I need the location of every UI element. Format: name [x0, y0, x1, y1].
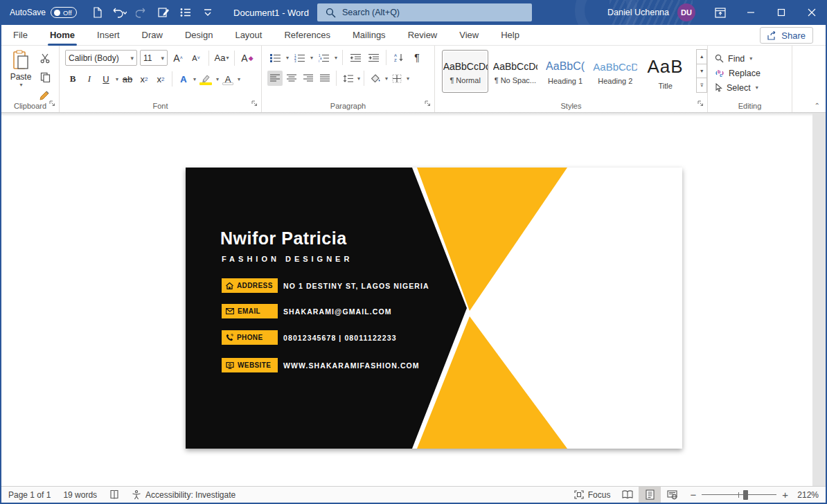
- text-effects-button[interactable]: A: [176, 71, 191, 87]
- page-indicator[interactable]: Page 1 of 1: [0, 487, 57, 503]
- font-dialog-launcher[interactable]: [251, 97, 258, 109]
- change-case-button[interactable]: Aa▾: [214, 51, 229, 66]
- zoom-in-button[interactable]: +: [782, 489, 788, 501]
- replace-button[interactable]: bc Replace: [715, 66, 792, 80]
- align-left-button[interactable]: [267, 71, 283, 86]
- chevron-down-icon[interactable]: ▾: [310, 55, 313, 61]
- style-heading-2[interactable]: AaBbCcD Heading 2: [592, 50, 639, 93]
- shrink-font-button[interactable]: A˅: [188, 51, 204, 66]
- style-title[interactable]: AaB Title: [642, 50, 688, 93]
- bullets-button[interactable]: [267, 50, 283, 65]
- redo-button[interactable]: [132, 3, 150, 21]
- italic-button[interactable]: I: [82, 71, 97, 87]
- tab-references[interactable]: References: [282, 25, 332, 46]
- tab-review[interactable]: Review: [406, 25, 440, 46]
- proofing-status[interactable]: [103, 487, 125, 503]
- styles-scroll-down-button[interactable]: ▼: [696, 64, 707, 79]
- tab-draw[interactable]: Draw: [140, 25, 165, 46]
- focus-button[interactable]: Focus: [568, 487, 617, 503]
- chevron-down-icon[interactable]: ▾: [193, 76, 196, 82]
- style-heading-1[interactable]: AaBbC( Heading 1: [542, 50, 588, 93]
- save-button[interactable]: [88, 3, 106, 21]
- share-button[interactable]: Share: [760, 27, 813, 44]
- zoom-slider-handle[interactable]: [743, 490, 748, 500]
- strikethrough-button[interactable]: ab: [120, 71, 135, 87]
- grow-font-button[interactable]: A˄: [170, 51, 186, 66]
- print-layout-button[interactable]: [639, 487, 661, 503]
- font-name-select[interactable]: Calibri (Body)▾: [65, 50, 137, 66]
- clear-formatting-button[interactable]: A◆: [240, 51, 255, 66]
- customize-qat-button[interactable]: [199, 3, 217, 21]
- zoom-percentage[interactable]: 212%: [795, 490, 819, 500]
- decrease-indent-button[interactable]: [348, 50, 363, 65]
- chevron-down-icon[interactable]: ▾: [238, 76, 240, 82]
- user-name[interactable]: Daniel Uchenna: [607, 8, 669, 17]
- cut-button[interactable]: [37, 51, 53, 65]
- multilevel-list-button[interactable]: 1ai: [316, 50, 331, 65]
- subscript-button[interactable]: x2: [136, 71, 152, 87]
- zoom-slider[interactable]: [702, 490, 776, 500]
- styles-scroll-up-button[interactable]: ▲: [696, 49, 707, 64]
- align-right-button[interactable]: [301, 71, 316, 86]
- tab-layout[interactable]: Layout: [233, 25, 264, 46]
- ribbon-display-options-button[interactable]: [705, 0, 736, 25]
- editor-button[interactable]: [154, 3, 172, 21]
- vertical-scrollbar[interactable]: [812, 113, 826, 486]
- style-normal[interactable]: AaBbCcDc ¶ Normal: [442, 50, 488, 93]
- styles-gallery-expand-button[interactable]: ⊽: [696, 78, 707, 93]
- autosave-switch[interactable]: Off: [51, 7, 77, 18]
- tab-mailings[interactable]: Mailings: [350, 25, 388, 46]
- tab-help[interactable]: Help: [499, 25, 522, 46]
- paste-button[interactable]: Paste ▾: [6, 50, 36, 88]
- chevron-down-icon[interactable]: ▾: [357, 75, 360, 82]
- tab-design[interactable]: Design: [183, 25, 215, 46]
- bullet-list-button[interactable]: [177, 3, 195, 21]
- chevron-down-icon[interactable]: ▾: [335, 55, 337, 61]
- chevron-down-icon[interactable]: ▾: [116, 76, 118, 82]
- copy-button[interactable]: [37, 70, 53, 84]
- justify-button[interactable]: [317, 71, 332, 86]
- paragraph-dialog-launcher[interactable]: [425, 97, 431, 109]
- document-canvas[interactable]: Nwifor Patricia FASHION DESIGNER ADDRESS…: [1, 113, 826, 486]
- show-formatting-button[interactable]: ¶: [409, 50, 425, 65]
- bold-button[interactable]: B: [65, 71, 80, 87]
- chevron-down-icon[interactable]: ▾: [286, 55, 289, 61]
- find-button[interactable]: Find ▾: [715, 51, 792, 66]
- word-count[interactable]: 19 words: [57, 487, 103, 503]
- minimize-button[interactable]: [736, 0, 766, 25]
- search-input[interactable]: Search (Alt+Q): [317, 3, 532, 21]
- align-center-button[interactable]: [284, 71, 299, 86]
- web-layout-button[interactable]: [661, 487, 683, 503]
- borders-button[interactable]: [389, 71, 404, 86]
- underline-button[interactable]: U: [98, 71, 114, 87]
- select-button[interactable]: Select ▾: [715, 80, 792, 95]
- font-color-button[interactable]: A: [220, 71, 235, 87]
- highlight-button[interactable]: [197, 71, 214, 87]
- styles-dialog-launcher[interactable]: [697, 97, 704, 109]
- line-spacing-button[interactable]: [340, 71, 355, 86]
- chevron-down-icon[interactable]: ▾: [407, 75, 409, 82]
- numbering-button[interactable]: 123: [292, 50, 307, 65]
- close-button[interactable]: [797, 0, 827, 25]
- read-mode-button[interactable]: [616, 487, 639, 503]
- superscript-button[interactable]: x2: [153, 71, 168, 87]
- collapse-ribbon-button[interactable]: ⌃: [815, 102, 820, 109]
- accessibility-status[interactable]: Accessibility: Investigate: [125, 487, 242, 503]
- undo-button[interactable]: [110, 3, 128, 21]
- style-no-spacing[interactable]: AaBbCcDc ¶ No Spac...: [492, 50, 538, 93]
- chevron-down-icon[interactable]: ▾: [216, 76, 219, 82]
- clipboard-dialog-launcher[interactable]: [49, 97, 55, 109]
- autosave-toggle[interactable]: AutoSave Off: [10, 7, 77, 18]
- shading-button[interactable]: [368, 71, 383, 86]
- tab-view[interactable]: View: [457, 25, 481, 46]
- tab-file[interactable]: File: [11, 25, 30, 46]
- business-card-image[interactable]: Nwifor Patricia FASHION DESIGNER ADDRESS…: [186, 168, 682, 449]
- font-size-select[interactable]: 11▾: [140, 50, 168, 66]
- tab-insert[interactable]: Insert: [95, 25, 122, 46]
- tab-home[interactable]: Home: [48, 25, 77, 46]
- user-avatar[interactable]: DU: [677, 3, 695, 21]
- increase-indent-button[interactable]: [366, 50, 381, 65]
- chevron-down-icon[interactable]: ▾: [385, 75, 388, 82]
- zoom-out-button[interactable]: −: [690, 489, 696, 501]
- maximize-button[interactable]: [766, 0, 797, 25]
